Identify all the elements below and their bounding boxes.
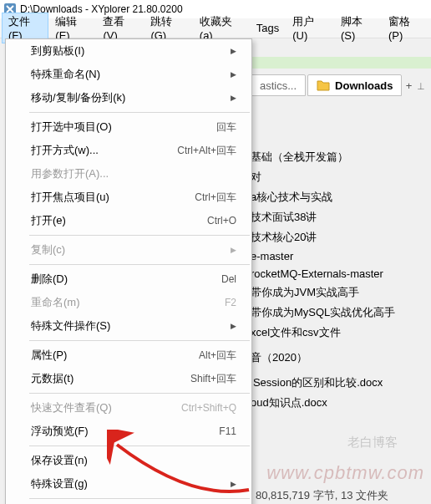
menu-item[interactable]: 保存设置(n) (6, 449, 251, 472)
menu-item: 用参数打开(A)... (6, 162, 251, 186)
menu-separator (29, 264, 250, 265)
menu-shortcut: F11 (219, 425, 236, 437)
list-item[interactable]: 基础（全栈开发篇） (251, 147, 431, 167)
submenu-arrow-icon: ▶ (231, 94, 236, 102)
menu-item-label: 删除(D) (31, 272, 68, 287)
menu-item-label: 元数据(t) (31, 371, 74, 386)
tab-inactive[interactable]: astics... (251, 74, 306, 96)
menu-item-label: 保存设置(n) (31, 453, 88, 468)
list-item[interactable]: a核心技术与实战 (251, 187, 431, 207)
menu-shortcut: Alt+回车 (199, 349, 236, 363)
menu-separator (29, 445, 250, 446)
tab-label: astics... (260, 79, 297, 92)
watermark-url: www.cpbtmw.com (266, 462, 424, 484)
list-item[interactable]: 对 (251, 167, 431, 187)
menu-item[interactable]: 打开选中项目(O)回车 (6, 115, 251, 139)
status-bar: 80,815,719 字节, 13 文件夹 (251, 487, 431, 504)
watermark-text: 老白博客 (347, 435, 398, 451)
menu-shortcut: Ctrl+回车 (195, 191, 236, 205)
list-item[interactable]: 技术面试38讲 (251, 207, 431, 227)
file-list: 基础（全栈开发篇） 对 a核心技术与实战 技术面试38讲 技术核心20讲 e-m… (251, 147, 431, 413)
folder-icon (317, 79, 330, 92)
menu-item[interactable]: 特殊重命名(N)▶ (6, 63, 251, 86)
menu-shortcut: Ctrl+Shift+Q (181, 402, 236, 414)
list-item[interactable]: rocketMQ-Externals-master (251, 265, 431, 283)
menu-item: 复制(c)▶ (6, 238, 251, 262)
list-item[interactable]: lSession的区别和比较.docx (251, 373, 431, 393)
menu-item-label: 打开(e) (31, 213, 66, 228)
submenu-arrow-icon: ▶ (231, 47, 236, 55)
list-item[interactable]: 带你成为MySQL实战优化高手 (251, 303, 431, 323)
menu-item: 快速文件查看(Q)Ctrl+Shift+Q (6, 396, 251, 420)
tab-downloads[interactable]: Downloads (307, 74, 402, 96)
menu-item-label: 特殊设置(g) (31, 476, 88, 491)
list-item[interactable]: 音（2020） (251, 348, 431, 368)
menu-separator (29, 112, 250, 113)
submenu-arrow-icon: ▶ (231, 322, 236, 330)
menu-item-label: 特殊文件操作(S) (31, 318, 110, 333)
submenu-arrow-icon: ▶ (231, 70, 236, 79)
submenu-arrow-icon: ▶ (231, 480, 236, 488)
menu-item[interactable]: 打开(e)Ctrl+O (6, 209, 251, 232)
list-item[interactable]: 技术核心20讲 (251, 227, 431, 247)
status-text: 80,815,719 字节, 13 文件夹 (256, 488, 388, 503)
list-item[interactable]: e-master (251, 247, 431, 265)
menu-shortcut: F2 (225, 297, 236, 308)
menu-item[interactable]: 元数据(t)Shift+回车 (6, 367, 251, 390)
menu-separator (29, 235, 250, 236)
menu-bar: 文件(F) 编辑(E) 查看(V) 跳转(G) 收藏夹(a) Tags 用户(U… (0, 18, 431, 38)
menu-item[interactable]: 打开方式(w)...Ctrl+Alt+回车 (6, 139, 251, 162)
tabs-row: astics... Downloads + ⟂ (251, 74, 426, 97)
menu-item: 重命名(m)F2 (6, 291, 251, 314)
menu-shortcut: Shift+回车 (190, 372, 236, 386)
submenu-arrow-icon: ▶ (231, 246, 236, 254)
tab-label: Downloads (335, 79, 393, 92)
menu-shortcut: Del (221, 273, 236, 285)
menu-item[interactable]: 特殊文件操作(S)▶ (6, 314, 251, 338)
list-item[interactable]: 带你成为JVM实战高手 (251, 283, 431, 303)
menu-item[interactable]: 到剪贴板(I)▶ (6, 39, 251, 63)
menu-item[interactable]: 属性(P)Alt+回车 (6, 344, 251, 367)
file-menu-dropdown: 到剪贴板(I)▶特殊重命名(N)▶移动/复制/备份到(k)▶打开选中项目(O)回… (5, 38, 252, 504)
list-item[interactable]: oud知识点.docx (251, 393, 431, 413)
menu-separator (29, 393, 250, 394)
menu-item-label: 属性(P) (31, 348, 67, 363)
menu-shortcut: Ctrl+O (207, 215, 236, 227)
menu-separator (29, 498, 250, 499)
menu-item[interactable]: 打开焦点项目(u)Ctrl+回车 (6, 186, 251, 209)
menu-item-label: 打开方式(w)... (31, 143, 99, 158)
menu-item-label: 重命名(m) (31, 295, 80, 310)
menu-item[interactable]: 删除(D)Del (6, 267, 251, 291)
menu-item-label: 特殊重命名(N) (31, 67, 100, 82)
tab-pin[interactable]: ⟂ (416, 79, 426, 92)
menu-item-label: 复制(c) (31, 242, 65, 257)
menu-separator (29, 340, 250, 341)
menu-item[interactable]: 移动/复制/备份到(k)▶ (6, 86, 251, 109)
tab-add[interactable]: + (403, 79, 413, 92)
menu-shortcut: 回车 (216, 120, 236, 135)
toolbar-band (251, 57, 431, 69)
menu-item-label: 到剪贴板(I) (31, 43, 84, 59)
menu-item-label: 快速文件查看(Q) (31, 400, 112, 415)
menu-item-label: 浮动预览(F) (31, 424, 89, 439)
menu-item-label: 打开焦点项目(u) (31, 190, 109, 205)
content-area: astics... Downloads + ⟂ 基础（全栈开发篇） 对 a核心技… (0, 38, 431, 504)
menu-item[interactable]: 特殊设置(g)▶ (6, 472, 251, 496)
menu-item-label: 移动/复制/备份到(k) (31, 90, 125, 105)
menu-shortcut: Ctrl+Alt+回车 (177, 144, 236, 158)
menu-item-label: 用参数打开(A)... (31, 166, 109, 181)
menu-tags[interactable]: Tags (250, 20, 286, 36)
list-item[interactable]: xcel文件和csv文件 (251, 323, 431, 343)
menu-item-label: 打开选中项目(O) (31, 120, 112, 135)
menu-item[interactable]: 浮动预览(F)F11 (6, 420, 251, 443)
